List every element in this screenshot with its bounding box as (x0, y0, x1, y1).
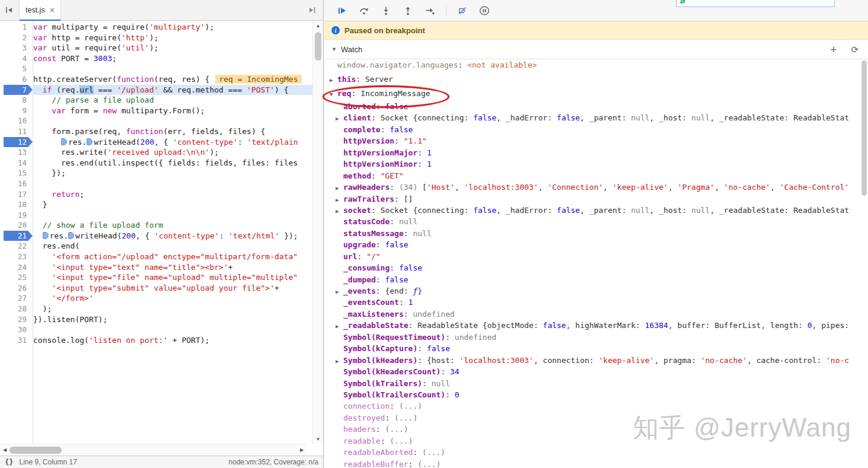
code-line-4[interactable]: const PORT = 3003; (33, 53, 323, 64)
line-number-14[interactable]: 14 (0, 158, 33, 168)
code-line-23[interactable]: '<form action="/upload" enctype="multipa… (33, 251, 323, 262)
watch-row-httpversion[interactable]: httpVersion: "1.1" (324, 135, 861, 147)
code-line-21[interactable]: res.writeHead(200, { 'content-type': 'te… (33, 231, 323, 241)
watch-row-httpversionminor[interactable]: httpVersionMinor: 1 (324, 158, 861, 170)
code-line-28[interactable]: ); (33, 304, 323, 314)
watch-row-symbol-kheaders-[interactable]: ▶Symbol(kHeaders): {host: 'localhost:300… (324, 355, 861, 366)
watch-row--maxlisteners[interactable]: _maxListeners: undefined (324, 308, 861, 320)
tab-testjs[interactable]: test.js × (19, 0, 61, 20)
code-line-15[interactable]: }); (33, 168, 323, 179)
editor-gutter[interactable]: 1234567891011121314151617181920212223242… (0, 21, 33, 444)
line-number-3[interactable]: 3 (0, 43, 33, 53)
line-number-29[interactable]: 29 (0, 314, 33, 325)
watch-row-statuscode[interactable]: statusCode: null (324, 216, 861, 227)
watch-row-symbol-kheaderscount-[interactable]: Symbol(kHeadersCount): 34 (324, 366, 861, 377)
code-line-27[interactable]: '</form>' (33, 293, 323, 304)
watch-row-upgrade[interactable]: upgrade: false (324, 239, 861, 250)
watch-row-symbol-ktrailers-[interactable]: Symbol(kTrailers): null (324, 378, 861, 389)
code-line-2[interactable]: var http = require('http'); (33, 33, 323, 43)
code-line-31[interactable]: console.log('listen on port:' + PORT); (33, 335, 323, 346)
watch-row-aborted[interactable]: aborted: false (324, 101, 861, 112)
scroll-down-icon[interactable]: ▼ (313, 434, 323, 444)
watch-row-symbol-kcapture-[interactable]: Symbol(kCapture): false (324, 343, 861, 354)
watch-row-readableaborted[interactable]: readableAborted: (...) (324, 447, 861, 458)
line-number-6[interactable]: 6 (0, 74, 33, 85)
code-line-18[interactable]: } (33, 199, 323, 210)
inline-breakpoint-marker[interactable] (87, 138, 92, 145)
watch-section-header[interactable]: ▼ Watch + ⟳ (324, 40, 868, 59)
code-line-3[interactable]: var util = require('util'); (33, 43, 323, 53)
watch-row-symbol-ktrailerscount-[interactable]: Symbol(kTrailersCount): 0 (324, 389, 861, 400)
disclosure-right-icon[interactable]: ▶ (336, 206, 343, 216)
watch-row-destroyed[interactable]: destroyed: (...) (324, 412, 861, 424)
watch-row-httpversionmajor[interactable]: httpVersionMajor: 1 (324, 147, 861, 158)
line-number-24[interactable]: 24 (0, 262, 33, 273)
refresh-watch-icon[interactable]: ⟳ (851, 45, 859, 54)
watch-row-statusmessage[interactable]: statusMessage: null (324, 228, 861, 239)
watch-row--dumped[interactable]: _dumped: false (324, 274, 861, 285)
code-line-29[interactable]: }).listen(PORT); (33, 314, 323, 325)
watch-row-method[interactable]: method: "GET" (324, 170, 861, 182)
watch-row-client[interactable]: ▶client: Socket {connecting: false, _had… (324, 112, 861, 123)
code-line-19[interactable] (33, 210, 323, 221)
inline-breakpoint-marker[interactable] (68, 232, 74, 239)
watch-row-readablebuffer[interactable]: readableBuffer: (...) (324, 459, 861, 468)
watch-row-complete[interactable]: complete: false (324, 124, 861, 135)
code-line-17[interactable]: return; (33, 189, 323, 200)
watch-row-url[interactable]: url: "/" (324, 251, 861, 262)
scroll-left-icon[interactable]: ◀ (0, 447, 9, 453)
close-tab-icon[interactable]: × (50, 6, 55, 14)
watch-row--consuming[interactable]: _consuming: false (324, 262, 861, 273)
scroll-up-icon[interactable]: ▲ (313, 21, 323, 30)
line-number-8[interactable]: 8 (0, 95, 33, 106)
code-line-30[interactable] (33, 324, 323, 335)
code-line-16[interactable] (33, 179, 323, 189)
navigator-toggle-button[interactable] (0, 0, 19, 20)
line-number-12[interactable]: 12 (0, 137, 33, 148)
code-line-14[interactable]: res.end(util.inspect({ fields: fields, f… (33, 158, 323, 168)
watch-row-socket[interactable]: ▶socket: Socket {connecting: false, _had… (324, 205, 861, 216)
code-line-6[interactable]: http.createServer(function(req, res) {re… (33, 74, 323, 85)
code-line-20[interactable]: // show a file upload form (33, 220, 323, 231)
line-number-13[interactable]: 13 (0, 147, 33, 158)
line-number-20[interactable]: 20 (0, 220, 33, 231)
editor-horizontal-scrollbar[interactable]: ◀ ▶ (0, 444, 307, 456)
line-number-18[interactable]: 18 (0, 199, 33, 210)
code-line-9[interactable]: var form = new multiparty.Form(); (33, 106, 323, 116)
watch-row-symbol-requesttimeout-[interactable]: Symbol(RequestTimeout): undefined (324, 332, 861, 343)
disclosure-right-icon[interactable]: ▶ (336, 195, 343, 205)
disclosure-right-icon[interactable]: ▶ (336, 286, 343, 297)
step-out-button[interactable] (402, 5, 414, 17)
code-line-5[interactable] (33, 63, 323, 74)
line-number-22[interactable]: 22 (0, 241, 33, 251)
watch-row-req[interactable]: ▼req: IncomingMessage (324, 87, 861, 101)
watch-row--eventscount[interactable]: _eventsCount: 1 (324, 297, 861, 308)
code-line-12[interactable]: res.writeHead(200, { 'content-type': 'te… (33, 137, 323, 148)
horizontal-scroll-thumb[interactable] (9, 447, 62, 454)
inline-breakpoint-marker[interactable] (61, 138, 67, 145)
line-number-26[interactable]: 26 (0, 283, 33, 294)
pretty-print-icon[interactable]: {} (5, 458, 13, 466)
code-line-25[interactable]: '<input type="file" name="upload" multip… (33, 272, 323, 283)
editor-code[interactable]: var multiparty = require('multiparty');v… (33, 21, 323, 444)
line-number-28[interactable]: 28 (0, 304, 33, 314)
watch-row-window-navigator-languages[interactable]: window.navigator.languages: <not availab… (324, 58, 861, 72)
step-button[interactable] (424, 5, 436, 17)
line-number-21[interactable]: 21 (0, 231, 33, 241)
code-line-26[interactable]: '<input type="submit" value="upload your… (33, 283, 323, 294)
code-line-1[interactable]: var multiparty = require('multiparty'); (33, 22, 323, 33)
code-line-10[interactable] (33, 116, 323, 126)
line-number-15[interactable]: 15 (0, 168, 33, 179)
add-watch-expression-icon[interactable]: + (830, 44, 837, 55)
disclosure-right-icon[interactable]: ▶ (336, 356, 343, 366)
disclosure-right-icon[interactable]: ▶ (336, 183, 343, 193)
watch-row-readable[interactable]: readable: (...) (324, 435, 861, 447)
step-over-button[interactable] (358, 5, 370, 17)
deactivate-breakpoints-button[interactable] (457, 5, 468, 17)
watch-row-rawheaders[interactable]: ▶rawHeaders: (34) ['Host', 'localhost:30… (324, 182, 861, 193)
line-number-31[interactable]: 31 (0, 335, 33, 346)
pause-on-exceptions-button[interactable] (478, 5, 490, 17)
watch-row--readablestate[interactable]: ▶_readableState: ReadableState {objectMo… (324, 320, 861, 331)
watch-row-this[interactable]: ▶this: Server (324, 72, 861, 87)
line-number-19[interactable]: 19 (0, 210, 33, 221)
